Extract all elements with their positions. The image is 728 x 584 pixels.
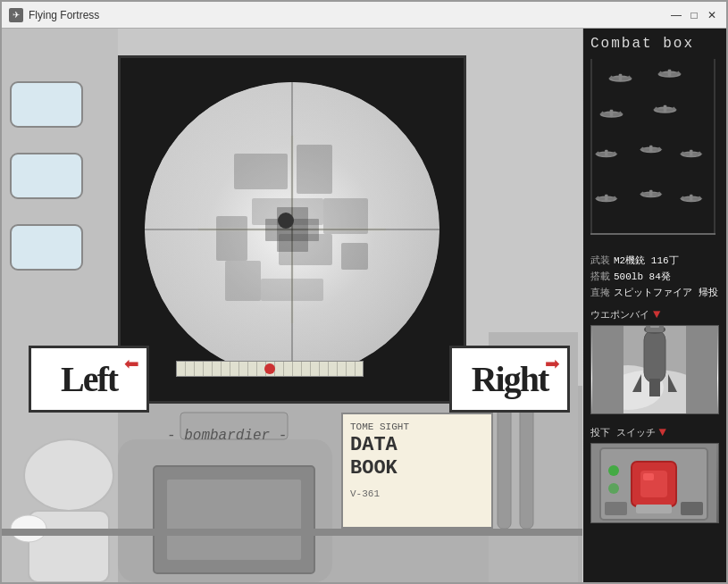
svg-rect-90 <box>686 325 717 414</box>
svg-rect-52 <box>664 105 667 112</box>
svg-rect-97 <box>650 325 659 328</box>
svg-rect-10 <box>167 480 301 560</box>
right-button[interactable]: Right ➡ <box>449 346 570 413</box>
crosshair-vertical <box>292 82 293 377</box>
svg-rect-42 <box>668 70 672 76</box>
ruler-gauge <box>176 361 364 377</box>
data-book: TOME SIGHT DATA BOOK V-361 <box>341 413 493 529</box>
svg-rect-89 <box>592 325 623 414</box>
svg-rect-4 <box>11 82 82 127</box>
weapon-bay-header: ウエポンバイ ▼ <box>590 307 719 321</box>
weapon-bay-display <box>590 325 719 414</box>
maximize-button[interactable]: □ <box>687 8 701 22</box>
svg-rect-95 <box>649 379 660 396</box>
stat-value-weapon: M2機銃 116丁 <box>614 254 679 267</box>
svg-rect-82 <box>690 195 692 201</box>
drop-switch-header: 投下 スイッチ ▼ <box>590 425 719 439</box>
left-button[interactable]: Left ⬅ <box>29 346 149 413</box>
svg-rect-47 <box>610 110 614 116</box>
svg-rect-21 <box>297 145 332 194</box>
svg-rect-5 <box>11 154 82 198</box>
formation-display <box>590 59 719 246</box>
left-button-label: Left <box>61 358 117 400</box>
svg-point-103 <box>608 465 619 476</box>
svg-rect-20 <box>234 154 288 189</box>
svg-rect-23 <box>216 216 247 261</box>
sidebar-title: Combat box <box>590 36 719 52</box>
drop-switch-display <box>590 443 719 523</box>
main-content: Left ⬅ Right ➡ - bombardier - TOME SIGHT… <box>2 29 726 582</box>
svg-rect-27 <box>341 243 368 270</box>
bombsight-scope <box>118 55 466 404</box>
svg-point-12 <box>24 439 113 511</box>
scope-view <box>145 82 439 377</box>
svg-rect-83 <box>590 233 715 235</box>
svg-rect-107 <box>681 502 703 515</box>
svg-rect-6 <box>11 225 82 270</box>
svg-rect-26 <box>225 261 261 301</box>
svg-rect-102 <box>643 473 654 480</box>
right-button-label: Right <box>472 358 548 400</box>
minimize-button[interactable]: — <box>669 8 683 22</box>
target-marker <box>278 213 294 229</box>
close-button[interactable]: ✕ <box>705 8 719 22</box>
stat-value-bombs: 500lb 84発 <box>614 270 671 283</box>
weapon-bay-arrow-icon: ▼ <box>653 307 660 321</box>
svg-rect-57 <box>605 150 607 156</box>
svg-rect-62 <box>649 146 652 152</box>
data-book-main: DATA BOOK <box>350 434 484 481</box>
data-book-title: TOME SIGHT <box>350 421 484 432</box>
svg-rect-67 <box>690 150 692 156</box>
ruler-indicator <box>264 363 275 374</box>
data-book-sub: V-361 <box>350 488 484 499</box>
stat-label-weapon: 武装 <box>590 254 610 267</box>
aerial-view <box>145 82 439 377</box>
svg-rect-91 <box>644 330 665 383</box>
svg-rect-85 <box>714 59 715 233</box>
stats-section: 武装 M2機銃 116丁 搭載 500lb 84発 直掩 スピットファイア 帰投 <box>590 254 719 302</box>
weapon-bay-label: ウエポンバイ <box>590 308 649 321</box>
drop-switch-arrow-icon: ▼ <box>659 425 666 439</box>
svg-point-104 <box>608 483 619 494</box>
stat-label-bombs: 搭載 <box>590 270 610 283</box>
app-icon: ✈ <box>9 8 23 22</box>
svg-rect-37 <box>619 74 623 80</box>
window-title: Flying Fortress <box>29 9 669 21</box>
svg-rect-72 <box>605 195 607 201</box>
stat-value-escort: スピットファイア 帰投 <box>614 286 718 299</box>
app-window: ✈ Flying Fortress — □ ✕ <box>0 0 728 584</box>
stat-row-weapon: 武装 M2機銃 116丁 <box>590 254 719 267</box>
window-controls: — □ ✕ <box>669 8 719 22</box>
bombardier-label: - bombardier - <box>167 428 287 444</box>
svg-rect-84 <box>590 59 592 233</box>
scope-outer <box>118 55 466 404</box>
svg-rect-106 <box>636 505 672 513</box>
left-arrow-icon: ⬅ <box>124 353 139 374</box>
drop-switch-label: 投下 スイッチ <box>590 426 656 439</box>
right-arrow-icon: ➡ <box>545 353 560 374</box>
svg-rect-105 <box>605 502 627 515</box>
svg-rect-77 <box>649 190 652 196</box>
sidebar: Combat box <box>583 29 726 582</box>
stat-label-escort: 直掩 <box>590 286 610 299</box>
title-bar: ✈ Flying Fortress — □ ✕ <box>2 2 726 29</box>
stat-row-bombs: 搭載 500lb 84発 <box>590 270 719 283</box>
svg-rect-18 <box>2 529 582 536</box>
stat-row-escort: 直掩 スピットファイア 帰投 <box>590 286 719 299</box>
game-area: Left ⬅ Right ➡ - bombardier - TOME SIGHT… <box>2 29 583 582</box>
